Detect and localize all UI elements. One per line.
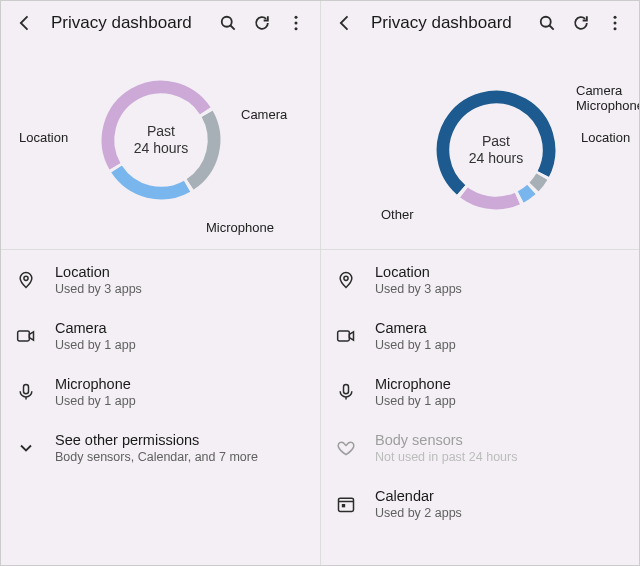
chart-label-camera: Camera bbox=[241, 107, 287, 122]
svg-point-13 bbox=[541, 17, 551, 27]
app-bar: Privacy dashboard bbox=[321, 1, 639, 45]
calendar-icon bbox=[335, 494, 357, 514]
page-title: Privacy dashboard bbox=[365, 13, 527, 33]
more-icon[interactable] bbox=[282, 9, 310, 37]
chart-label-microphone: Microphone bbox=[576, 98, 640, 113]
refresh-icon[interactable] bbox=[248, 9, 276, 37]
svg-rect-11 bbox=[18, 331, 30, 341]
row-title: Camera bbox=[55, 320, 136, 336]
chart-label-camera: Camera bbox=[576, 83, 622, 98]
row-subtitle: Not used in past 24 hours bbox=[375, 450, 517, 464]
row-title: Microphone bbox=[375, 376, 456, 392]
row-title: See other permissions bbox=[55, 432, 258, 448]
left-panel: Privacy dashboard bbox=[1, 1, 320, 565]
row-title: Location bbox=[375, 264, 462, 280]
row-subtitle: Used by 1 app bbox=[55, 394, 136, 408]
permission-row-camera[interactable]: CameraUsed by 1 app bbox=[321, 308, 639, 364]
permission-list: LocationUsed by 3 appsCameraUsed by 1 ap… bbox=[1, 250, 320, 478]
row-subtitle: Used by 1 app bbox=[375, 338, 456, 352]
donut-right: Past 24 hours bbox=[426, 80, 566, 220]
row-title: Calendar bbox=[375, 488, 462, 504]
permission-row-camera[interactable]: CameraUsed by 1 app bbox=[1, 308, 320, 364]
row-title: Camera bbox=[375, 320, 456, 336]
svg-point-1 bbox=[295, 16, 298, 19]
more-icon[interactable] bbox=[601, 9, 629, 37]
chart-label-other: Other bbox=[381, 207, 414, 222]
permission-row-microphone[interactable]: MicrophoneUsed by 1 app bbox=[321, 364, 639, 420]
row-subtitle: Used by 3 apps bbox=[55, 282, 142, 296]
svg-point-2 bbox=[295, 22, 298, 25]
refresh-icon[interactable] bbox=[567, 9, 595, 37]
chart-label-microphone: Microphone bbox=[206, 220, 274, 235]
permission-list: LocationUsed by 3 appsCameraUsed by 1 ap… bbox=[321, 250, 639, 534]
heart-icon bbox=[335, 438, 357, 458]
svg-point-3 bbox=[295, 27, 298, 30]
usage-donut-chart: Past 24 hours Location Camera Microphone bbox=[1, 45, 320, 250]
camera-icon bbox=[15, 326, 37, 346]
row-title: Body sensors bbox=[375, 432, 517, 448]
usage-donut-chart: Past 24 hours Other Camera Microphone Lo… bbox=[321, 45, 639, 250]
page-title: Privacy dashboard bbox=[45, 13, 208, 33]
permission-row-body-sensors[interactable]: Body sensorsNot used in past 24 hours bbox=[321, 420, 639, 476]
permission-row-location[interactable]: LocationUsed by 3 apps bbox=[321, 252, 639, 308]
row-subtitle: Used by 3 apps bbox=[375, 282, 462, 296]
permission-row-microphone[interactable]: MicrophoneUsed by 1 app bbox=[1, 364, 320, 420]
svg-point-16 bbox=[614, 27, 617, 30]
row-subtitle: Used by 1 app bbox=[375, 394, 456, 408]
microphone-icon bbox=[15, 382, 37, 402]
right-panel: Privacy dashboard bbox=[320, 1, 639, 565]
svg-rect-26 bbox=[338, 331, 350, 341]
svg-point-15 bbox=[614, 22, 617, 25]
row-subtitle: Used by 2 apps bbox=[375, 506, 462, 520]
back-icon[interactable] bbox=[331, 9, 359, 37]
donut-center-label: Past 24 hours bbox=[91, 70, 231, 210]
chart-label-location: Location bbox=[581, 130, 630, 145]
row-subtitle: Used by 1 app bbox=[55, 338, 136, 352]
svg-point-14 bbox=[614, 16, 617, 19]
permission-row-see-other-permissions[interactable]: See other permissionsBody sensors, Calen… bbox=[1, 420, 320, 476]
permission-row-location[interactable]: LocationUsed by 3 apps bbox=[1, 252, 320, 308]
location-pin-icon bbox=[15, 270, 37, 290]
donut-center-label: Past 24 hours bbox=[426, 80, 566, 220]
svg-rect-29 bbox=[342, 504, 345, 507]
svg-rect-27 bbox=[344, 385, 349, 394]
app-bar: Privacy dashboard bbox=[1, 1, 320, 45]
svg-rect-12 bbox=[24, 385, 29, 394]
row-title: Microphone bbox=[55, 376, 136, 392]
svg-point-0 bbox=[222, 17, 232, 27]
chart-label-location: Location bbox=[19, 130, 68, 145]
camera-icon bbox=[335, 326, 357, 346]
chevron-down-icon bbox=[15, 438, 37, 458]
microphone-icon bbox=[335, 382, 357, 402]
svg-rect-28 bbox=[339, 498, 354, 511]
svg-point-10 bbox=[24, 276, 28, 280]
location-pin-icon bbox=[335, 270, 357, 290]
row-subtitle: Body sensors, Calendar, and 7 more bbox=[55, 450, 258, 464]
search-icon[interactable] bbox=[533, 9, 561, 37]
row-title: Location bbox=[55, 264, 142, 280]
back-icon[interactable] bbox=[11, 9, 39, 37]
svg-point-25 bbox=[344, 276, 348, 280]
search-icon[interactable] bbox=[214, 9, 242, 37]
permission-row-calendar[interactable]: CalendarUsed by 2 apps bbox=[321, 476, 639, 532]
donut-left: Past 24 hours bbox=[91, 70, 231, 210]
